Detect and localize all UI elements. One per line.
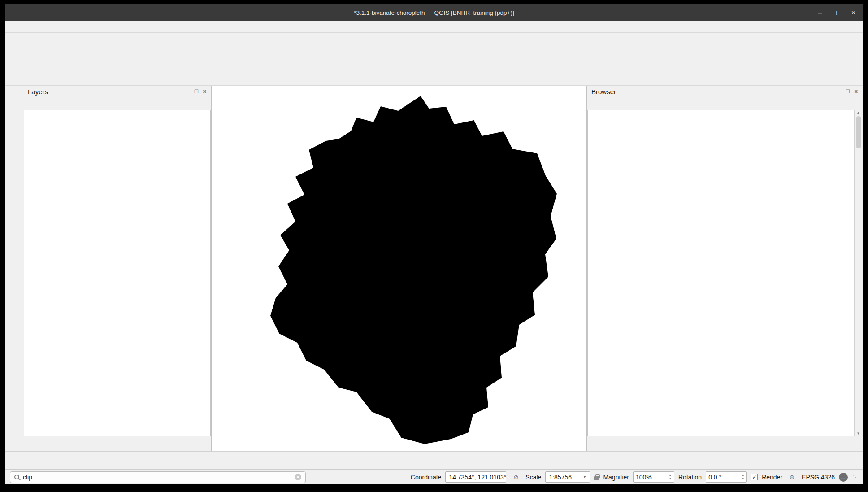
coordinate-input[interactable]: 14.7354°, 121.0103° bbox=[445, 471, 506, 483]
browser-panel-tabs bbox=[587, 436, 863, 451]
toggle-extents-icon[interactable]: ⊘ bbox=[510, 472, 521, 482]
layers-panel-float-icon[interactable]: ❐ bbox=[194, 89, 199, 95]
coordinate-label: Coordinate bbox=[411, 474, 442, 481]
layers-panel-close-icon[interactable]: ✖ bbox=[203, 89, 207, 95]
toolbar-secondary bbox=[5, 44, 863, 56]
scrollbar-thumb[interactable] bbox=[856, 116, 861, 148]
close-button[interactable]: × bbox=[851, 9, 855, 17]
left-dock-toolbar bbox=[5, 86, 23, 451]
messages-icon[interactable]: … bbox=[839, 473, 848, 482]
scrollbar-down-icon[interactable]: ▼ bbox=[857, 431, 860, 435]
crs-globe-icon: ⊕ bbox=[786, 472, 798, 482]
browser-tree bbox=[587, 110, 854, 436]
map-canvas[interactable] bbox=[212, 86, 586, 451]
status-bar: clip ✕ Coordinate 14.7354°, 121.0103° ⊘ … bbox=[5, 469, 863, 484]
title-bar[interactable]: *3.1.1-bivariate-choropleth — QGIS [BNHR… bbox=[5, 4, 863, 21]
browser-panel-float-icon[interactable]: ❐ bbox=[846, 89, 850, 95]
scrollbar-up-icon[interactable]: ▲ bbox=[857, 111, 860, 115]
search-value: clip bbox=[23, 474, 32, 481]
plugins-toolbar bbox=[5, 451, 863, 469]
map-svg bbox=[212, 86, 586, 452]
layers-panel-title: Layers bbox=[28, 88, 48, 96]
rotation-label: Rotation bbox=[678, 474, 702, 481]
layers-tree bbox=[24, 110, 211, 436]
qgis-window: *3.1.1-bivariate-choropleth — QGIS [BNHR… bbox=[5, 4, 863, 484]
magnifier-label: Magnifier bbox=[603, 474, 629, 481]
layers-panel-tabs bbox=[23, 436, 211, 451]
browser-scrollbar[interactable]: ▲ ▼ bbox=[854, 110, 862, 436]
toolbar-main bbox=[5, 33, 863, 44]
minimize-button[interactable]: – bbox=[818, 9, 822, 17]
lock-scale-icon[interactable] bbox=[594, 476, 599, 480]
browser-panel-title: Browser bbox=[591, 88, 616, 96]
search-icon bbox=[14, 475, 19, 479]
menu-bar bbox=[5, 21, 863, 33]
render-checkbox[interactable]: ✓ bbox=[751, 474, 758, 480]
resize-grip: ⋱ bbox=[853, 474, 858, 480]
layers-panel: Layers ❐ ✖ bbox=[23, 86, 212, 451]
statusbar-search-input[interactable]: clip ✕ bbox=[10, 471, 306, 483]
map-polygon bbox=[270, 96, 557, 444]
render-label: Render bbox=[762, 474, 782, 481]
maximize-button[interactable]: + bbox=[834, 9, 838, 17]
scale-label: Scale bbox=[525, 474, 541, 481]
crs-value[interactable]: EPSG:4326 bbox=[802, 474, 835, 481]
browser-panel: Browser ❐ ✖ ▲ ▼ bbox=[586, 86, 863, 451]
clear-search-icon[interactable]: ✕ bbox=[295, 474, 301, 480]
toolbar-filter bbox=[5, 70, 863, 86]
magnifier-spinbox[interactable]: 100%▲▼ bbox=[633, 471, 674, 483]
browser-panel-close-icon[interactable]: ✖ bbox=[854, 89, 858, 95]
scale-combobox[interactable]: 1:85756▼ bbox=[545, 471, 590, 483]
window-title: *3.1.1-bivariate-choropleth — QGIS [BNHR… bbox=[354, 9, 514, 16]
toolbar-digitizing bbox=[5, 56, 863, 70]
rotation-spinbox[interactable]: 0.0 °▲▼ bbox=[706, 471, 747, 483]
